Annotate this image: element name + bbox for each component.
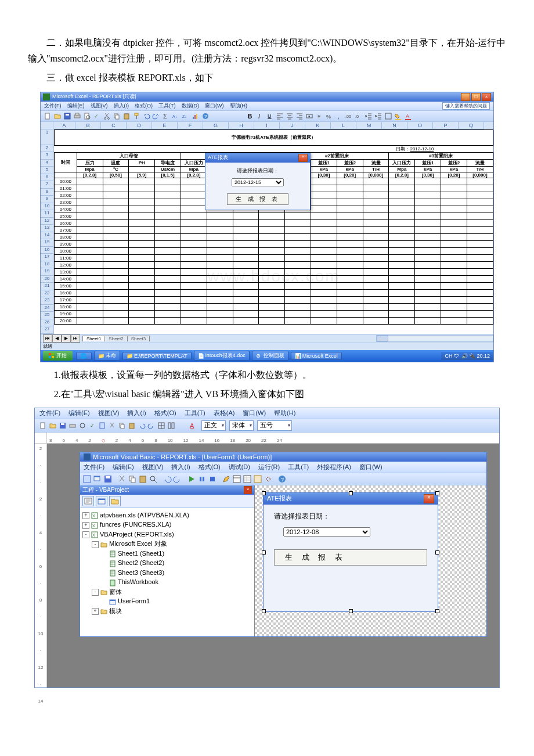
userform-close-button[interactable]: × [424, 494, 434, 503]
menu-help[interactable]: 帮助(H) [230, 102, 248, 110]
object-browser-icon[interactable] [253, 474, 262, 484]
tree-node[interactable]: -XVBAProject (REPORT.xls) [82, 530, 252, 539]
autosum-icon[interactable]: Σ [161, 111, 171, 121]
tree-node[interactable]: +Xatpvbaen.xls (ATPVBAEN.XLA) [82, 510, 252, 520]
select-all-corner[interactable] [41, 122, 53, 129]
break-icon[interactable] [197, 474, 207, 484]
redo-icon[interactable] [173, 474, 182, 484]
dialog-title[interactable]: ATE报表 [208, 154, 228, 162]
spelling-icon[interactable]: ✓ [92, 111, 102, 121]
lang-indicator[interactable]: CH [445, 353, 452, 359]
taskbar-button[interactable]: 📊Microsoft Excel [291, 352, 342, 360]
toolbox-icon[interactable] [264, 474, 273, 484]
menu-tools[interactable]: 工具(T) [185, 409, 205, 417]
paste-icon[interactable] [138, 474, 147, 484]
save-icon[interactable] [58, 421, 67, 430]
taskbar-button[interactable]: ⚙控制面板 [252, 351, 288, 361]
style-combo[interactable]: 正文 [201, 420, 226, 431]
tree-node[interactable]: UserForm1 [82, 596, 252, 606]
view-object-button[interactable] [96, 496, 107, 506]
paste-icon[interactable] [127, 421, 136, 430]
system-tray[interactable]: CH 🛡 🔊 🔌 20:12 [441, 352, 493, 360]
bold-icon[interactable]: B [246, 111, 255, 121]
currency-icon[interactable]: ￥ [315, 111, 324, 121]
properties-icon[interactable] [243, 474, 252, 484]
increase-decimal-icon[interactable]: .00 [344, 111, 353, 121]
align-right-icon[interactable] [295, 111, 304, 121]
menu-view[interactable]: 视图(V) [91, 102, 108, 110]
sheet-tab-3[interactable]: Sheet3 [127, 336, 150, 341]
tab-nav-prev-icon[interactable]: ◀ [52, 334, 62, 343]
sort-desc-icon[interactable]: Z↓ [181, 111, 190, 121]
tree-node[interactable]: Sheet1 (Sheet1) [82, 549, 252, 559]
clock[interactable]: 20:12 [477, 353, 490, 359]
format-painter-icon[interactable] [132, 111, 141, 121]
form-prompt-label[interactable]: 请选择报表日期： [274, 512, 427, 521]
open-icon[interactable] [53, 111, 62, 121]
copy-icon[interactable] [117, 421, 127, 430]
sheet-tab-2[interactable]: Sheet2 [104, 336, 127, 341]
tray-icon[interactable]: 🛡 [454, 353, 460, 359]
design-mode-icon[interactable] [222, 474, 231, 484]
undo-icon[interactable] [142, 111, 151, 121]
project-explorer-icon[interactable] [232, 474, 241, 484]
undo-icon[interactable] [137, 421, 146, 430]
menu-file[interactable]: 文件(F) [44, 102, 62, 110]
sheet-tab-1[interactable]: Sheet1 [82, 336, 105, 341]
spelling-icon[interactable]: ✓ [88, 421, 97, 430]
style-a-icon[interactable]: A [188, 421, 197, 430]
tree-node[interactable]: Sheet2 (Sheet2) [82, 558, 252, 568]
tree-node[interactable]: +Xfuncres (FUNCRES.XLA) [82, 520, 252, 530]
preview-icon[interactable] [82, 111, 92, 121]
italic-icon[interactable]: I [255, 111, 265, 121]
chart-icon[interactable] [191, 111, 200, 121]
worksheet-area[interactable]: 宁德核电#1机ATE系统报表（前置阳床） 日期：2012-12-10 时间 入口… [54, 129, 493, 334]
minimize-button[interactable]: _ [461, 93, 470, 101]
print-icon[interactable] [73, 111, 82, 121]
indent-right-icon[interactable] [374, 111, 383, 121]
tray-icon[interactable]: 🔌 [469, 353, 475, 359]
help-icon[interactable]: ? [277, 474, 287, 484]
close-button[interactable]: × [482, 93, 491, 101]
merge-icon[interactable]: a [305, 111, 314, 121]
insert-form-icon[interactable] [93, 474, 102, 484]
indent-left-icon[interactable] [364, 111, 373, 121]
find-icon[interactable] [149, 474, 158, 484]
tree-node[interactable]: -Microsoft Excel 对象 [82, 539, 252, 549]
tray-icon[interactable]: 🔊 [461, 353, 467, 359]
new-icon[interactable] [43, 111, 52, 121]
tree-node[interactable]: ThisWorkbook [82, 577, 252, 587]
horizontal-ruler[interactable]: 8642 ◇ 2468 10121416 18202224 [35, 433, 499, 444]
tab-nav-last-icon[interactable]: ⏭ [71, 334, 80, 343]
tab-nav-next-icon[interactable]: ▶ [62, 334, 71, 343]
undo-icon[interactable] [163, 474, 172, 484]
run-icon[interactable] [187, 474, 196, 484]
expand-toggle-icon[interactable]: - [92, 541, 99, 548]
redo-icon[interactable] [147, 421, 156, 430]
expand-toggle-icon[interactable]: - [82, 531, 89, 538]
research-icon[interactable] [98, 421, 107, 430]
form-designer[interactable]: ATE报表× 请选择报表日期： 2012-12-08 生 成 报 表 [255, 485, 486, 636]
align-center-icon[interactable] [285, 111, 294, 121]
size-combo[interactable]: 五号 [257, 420, 292, 431]
columns-icon[interactable] [167, 421, 176, 430]
toggle-folders-button[interactable] [109, 496, 121, 506]
menu-format[interactable]: 格式(O) [135, 102, 153, 110]
help-icon[interactable]: ? [201, 111, 210, 121]
tree-node[interactable]: -窗体 [82, 587, 252, 597]
start-button[interactable]: 开始 [43, 351, 73, 361]
menu-window[interactable]: 窗口(W) [205, 102, 224, 110]
tree-node[interactable]: +模块 [82, 606, 252, 616]
reset-icon[interactable] [208, 474, 217, 484]
taskbar-button[interactable]: 📁E:\REPORT\TEMPLAT [122, 352, 192, 360]
horizontal-scrollbar[interactable] [376, 335, 493, 342]
date-picker[interactable]: 2012-12-15 [232, 178, 284, 186]
expand-toggle-icon[interactable]: + [82, 512, 89, 519]
menu-insert[interactable]: 插入(I) [114, 102, 129, 110]
vbe-titlebar[interactable]: Microsoft Visual Basic - REPORT.xls - [U… [80, 452, 486, 462]
print-icon[interactable] [68, 421, 77, 430]
tree-node[interactable]: Sheet3 (Sheet3) [82, 568, 252, 578]
menu-view[interactable]: 视图(V) [98, 409, 120, 417]
comma-icon[interactable]: , [334, 111, 344, 121]
menu-edit[interactable]: 编辑(E) [68, 409, 90, 417]
